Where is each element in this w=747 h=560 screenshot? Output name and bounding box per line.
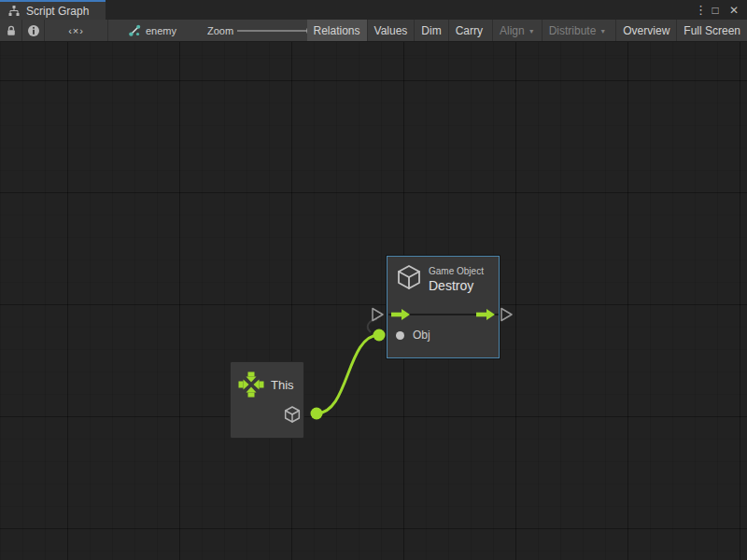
gameobject-output-cube-icon[interactable] (283, 405, 302, 424)
full-screen-label: Full Screen (684, 24, 740, 37)
cube-icon (395, 263, 423, 291)
values-button[interactable]: Values (367, 20, 415, 41)
maximize-icon[interactable]: □ (708, 2, 723, 19)
values-label: Values (374, 24, 408, 37)
info-icon (27, 24, 40, 37)
close-icon[interactable]: ✕ (726, 2, 741, 19)
value-connection-wire[interactable] (317, 335, 379, 413)
chevron-down-icon: ▼ (599, 28, 606, 35)
node-title-label: Destroy (429, 278, 473, 293)
node-destroy-header: Game Object Destroy (388, 257, 499, 298)
align-label: Align (500, 24, 525, 37)
zoom-label: Zoom (207, 20, 233, 41)
connection-start-port[interactable] (311, 408, 323, 420)
dim-button[interactable]: Dim (414, 20, 447, 41)
connection-end-port[interactable] (374, 329, 386, 342)
graph-canvas[interactable]: Game Object Destroy Obj This (0, 42, 747, 560)
relations-label: Relations (314, 24, 360, 37)
node-category-label: Game Object (429, 266, 484, 276)
node-this[interactable]: This (230, 361, 304, 439)
wires-overlay (0, 42, 747, 560)
toolbar-right-group: Relations Values Dim Carry Align ▼ Distr… (307, 20, 747, 41)
graph-name-label: enemy (146, 25, 176, 36)
obj-port-row: Obj (388, 326, 499, 346)
graph-asset-icon (128, 24, 141, 37)
window-menu-icon[interactable]: ⋮ (695, 2, 704, 19)
this-converge-icon (237, 371, 265, 399)
obj-port-dot[interactable] (396, 331, 404, 340)
chevron-down-icon: ▼ (529, 28, 535, 35)
node-destroy[interactable]: Game Object Destroy Obj (387, 256, 500, 358)
align-button[interactable]: Align ▼ (492, 20, 542, 41)
distribute-button[interactable]: Distribute ▼ (542, 20, 613, 41)
overview-label: Overview (623, 24, 669, 37)
tab-script-graph[interactable]: Script Graph (0, 0, 106, 20)
relation-hint-curve (368, 319, 377, 332)
toolbar-left-group: ‹×› (0, 20, 108, 41)
code-toggle-button[interactable]: ‹×› (45, 20, 108, 41)
script-graph-window: Script Graph ⋮ □ ✕ ‹×› (0, 0, 747, 560)
toolbar: ‹×› enemy Zoom 1x Relations Values (0, 20, 747, 42)
info-button[interactable] (22, 20, 45, 41)
obj-port-label: Obj (413, 329, 430, 342)
carry-button[interactable]: Carry (448, 20, 489, 41)
dim-label: Dim (421, 24, 441, 37)
control-input-port[interactable] (373, 309, 383, 321)
zoom-slider-track[interactable] (237, 30, 316, 32)
title-bar: Script Graph ⋮ □ ✕ (0, 0, 747, 20)
hierarchy-icon (7, 5, 21, 18)
overview-button[interactable]: Overview (615, 20, 676, 41)
full-screen-button[interactable]: Full Screen (676, 20, 747, 41)
distribute-label: Distribute (549, 24, 597, 37)
window-controls: ⋮ □ ✕ (695, 0, 741, 20)
graph-name[interactable]: enemy (128, 20, 176, 41)
lock-button[interactable] (0, 20, 22, 41)
relations-button[interactable]: Relations (307, 20, 367, 41)
carry-label: Carry (456, 24, 483, 37)
lock-icon (5, 24, 18, 37)
control-output-port[interactable] (501, 309, 512, 321)
tab-label: Script Graph (26, 5, 89, 18)
node-title-label: This (271, 378, 294, 392)
